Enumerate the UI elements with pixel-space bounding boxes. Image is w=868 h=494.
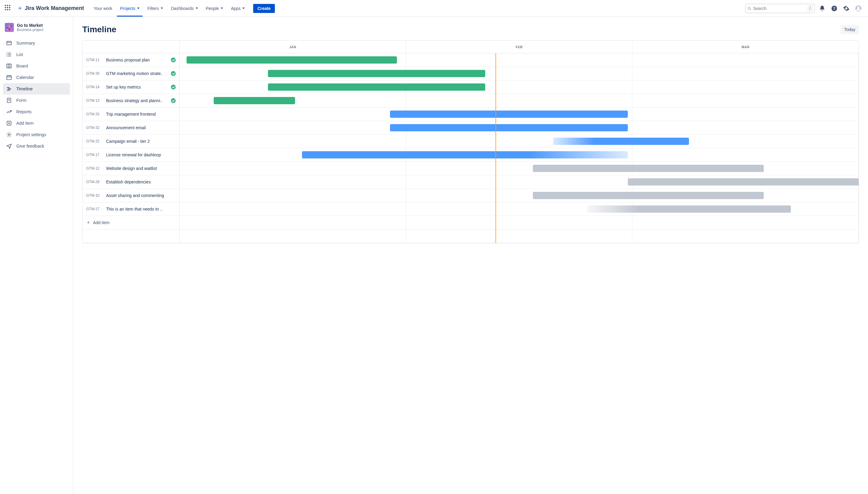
create-button[interactable]: Create: [253, 4, 275, 13]
sidebar-item-calendar[interactable]: Calendar: [3, 72, 70, 83]
page-title: Timeline: [82, 25, 116, 34]
task-bar[interactable]: [302, 151, 628, 158]
sidebar-icon: [6, 97, 12, 103]
timeline-row[interactable]: GTM-12Website design and waitlist: [82, 162, 858, 175]
svg-rect-17: [7, 76, 12, 79]
sidebar-item-label: Timeline: [16, 87, 33, 91]
task-title: Announcement email: [106, 125, 176, 130]
task-title: Campaign email - tier 2: [106, 139, 176, 144]
task-title: Website design and waitlist: [106, 166, 176, 171]
sidebar-item-board[interactable]: Board: [3, 60, 70, 72]
timeline-row[interactable]: GTM-33Trip management frontend: [82, 108, 858, 121]
task-title: License renewal for dashloop: [106, 152, 176, 157]
app-switcher-icon[interactable]: [5, 5, 12, 12]
chevron-down-icon: [161, 7, 163, 9]
bar-area: [180, 67, 858, 80]
task-title: Asset sharing and commenting: [106, 193, 176, 198]
add-item-row[interactable]: +Add item: [82, 216, 180, 230]
month-header: FEB: [406, 41, 632, 53]
task-bar[interactable]: [533, 192, 764, 199]
timeline-row[interactable]: GTM-32Announcement email: [82, 121, 858, 135]
svg-line-1: [750, 9, 751, 10]
project-subtitle: Business project: [17, 28, 43, 32]
task-key: GTM-14: [86, 85, 103, 89]
profile-avatar[interactable]: [853, 4, 863, 13]
help-icon[interactable]: ?: [829, 4, 839, 13]
bar-area: [180, 148, 858, 162]
nav-item-projects[interactable]: Projects: [117, 4, 143, 13]
chevron-down-icon: [196, 7, 198, 9]
nav-item-dashboards[interactable]: Dashboards: [168, 4, 201, 13]
timeline-row[interactable]: GTM-10Asset sharing and commenting: [82, 189, 858, 203]
svg-point-30: [8, 134, 10, 136]
task-bar[interactable]: [187, 56, 397, 63]
bar-area: [180, 108, 858, 121]
task-bar[interactable]: [390, 124, 628, 131]
status-done-icon: [171, 98, 176, 103]
sidebar-item-reports[interactable]: Reports: [3, 106, 70, 117]
task-bar[interactable]: [214, 97, 295, 104]
task-title: Business proposal plan: [106, 58, 168, 62]
task-bar[interactable]: [390, 111, 628, 118]
task-bar[interactable]: [268, 70, 485, 77]
sidebar-item-label: Form: [16, 98, 26, 103]
timeline-row[interactable]: GTM-27This is an item that needs to ..: [82, 203, 858, 216]
task-bar[interactable]: [533, 165, 764, 172]
today-button[interactable]: Today: [841, 25, 859, 34]
notifications-icon[interactable]: [817, 4, 827, 13]
nav-item-people[interactable]: People: [203, 4, 226, 13]
task-key: GTM-12: [86, 166, 103, 170]
task-key: GTM-29: [86, 180, 103, 184]
sidebar-item-label: Add item: [16, 121, 34, 126]
bar-area: [180, 135, 858, 148]
task-bar[interactable]: [553, 138, 689, 145]
timeline-row[interactable]: GTM-29Establish dependencies: [82, 175, 858, 189]
task-key: GTM-22: [86, 139, 103, 144]
product-name: Jira Work Management: [25, 5, 84, 12]
sidebar-item-label: Calendar: [16, 75, 34, 80]
project-header[interactable]: 🚀 Go to Market Business project: [3, 23, 70, 37]
svg-rect-14: [7, 64, 12, 68]
task-bar[interactable]: [628, 178, 858, 186]
bar-area: [180, 203, 858, 216]
timeline-row[interactable]: GTM-14Set up key metrics: [82, 80, 858, 94]
sidebar-item-label: Reports: [16, 109, 32, 114]
month-header: JAN: [180, 41, 406, 53]
bar-area: [180, 121, 858, 134]
nav-item-filters[interactable]: Filters: [144, 4, 166, 13]
sidebar-item-project-settings[interactable]: Project settings: [3, 129, 70, 140]
chevron-down-icon: [137, 7, 140, 9]
search-icon: [747, 6, 751, 11]
sidebar-item-list[interactable]: List: [3, 49, 70, 60]
search-box[interactable]: /: [745, 4, 815, 13]
sidebar-item-label: List: [16, 52, 23, 57]
timeline-row[interactable]: GTM-17License renewal for dashloop: [82, 148, 858, 162]
add-item-label: Add item: [93, 220, 110, 225]
search-input[interactable]: [753, 6, 806, 11]
sidebar-icon: [6, 143, 12, 149]
timeline-row[interactable]: GTM-13Business strategy and planni..: [82, 94, 858, 108]
sidebar-item-give-feedback[interactable]: Give feedback: [3, 140, 70, 152]
sidebar-icon: [6, 52, 12, 58]
product-logo[interactable]: Jira Work Management: [17, 5, 84, 12]
task-bar[interactable]: [587, 205, 791, 213]
nav-items: Your workProjectsFiltersDashboardsPeople…: [91, 4, 248, 13]
plus-icon: +: [87, 220, 90, 226]
bar-area: [180, 80, 858, 94]
sidebar-item-timeline[interactable]: Timeline: [3, 83, 70, 95]
timeline-row[interactable]: GTM-35GTM marketing motion strate..: [82, 67, 858, 80]
sidebar-item-add-item[interactable]: Add item: [3, 117, 70, 129]
task-title: Set up key metrics: [106, 84, 168, 90]
sidebar-icon: [6, 132, 12, 138]
sidebar-item-summary[interactable]: Summary: [3, 37, 70, 49]
nav-item-apps[interactable]: Apps: [228, 4, 248, 13]
timeline-row[interactable]: GTM-22Campaign email - tier 2: [82, 135, 858, 148]
timeline-row[interactable]: GTM-11Business proposal plan: [82, 53, 858, 67]
bar-area: [180, 94, 858, 107]
sidebar-icon: [6, 86, 12, 92]
nav-item-your-work[interactable]: Your work: [91, 4, 115, 13]
settings-icon[interactable]: [842, 4, 851, 13]
sidebar-item-form[interactable]: Form: [3, 95, 70, 106]
timeline-container: JANFEBMAR GTM-11Business proposal planGT…: [82, 40, 859, 243]
task-bar[interactable]: [268, 83, 485, 91]
